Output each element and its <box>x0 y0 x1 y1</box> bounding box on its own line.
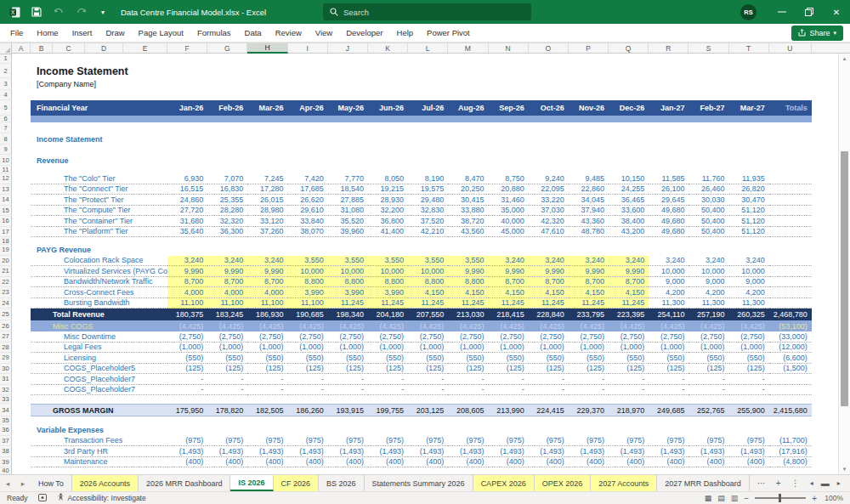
cell[interactable] <box>167 237 207 245</box>
cell[interactable]: (1,493) <box>489 446 529 457</box>
redo-icon[interactable] <box>71 3 90 21</box>
cell[interactable]: (125) <box>489 364 529 375</box>
cell[interactable]: 29,610 <box>288 206 328 217</box>
new-sheet-icon[interactable]: + <box>772 479 785 488</box>
total-cell[interactable]: (1,500) <box>769 364 812 375</box>
totals-header[interactable]: Totals <box>769 100 812 116</box>
cell[interactable] <box>12 364 31 375</box>
cell[interactable]: (4,425) <box>609 320 649 331</box>
month-header[interactable]: Jan-26 <box>167 100 207 116</box>
row-label[interactable]: Maintenance <box>31 457 167 468</box>
cell[interactable] <box>448 122 488 133</box>
select-all-corner[interactable] <box>0 43 12 54</box>
row-label[interactable]: The "Protect" Tier <box>31 195 167 206</box>
cell[interactable] <box>12 374 31 385</box>
cell[interactable]: 11,100 <box>288 298 328 309</box>
cell[interactable]: 3,240 <box>729 256 769 267</box>
cell[interactable] <box>529 133 569 144</box>
cell[interactable]: 20,880 <box>489 184 529 195</box>
cell[interactable] <box>649 54 688 64</box>
cell[interactable]: 4,000 <box>247 287 287 298</box>
cell[interactable]: 260,325 <box>729 309 769 320</box>
cell[interactable]: (975) <box>247 436 287 447</box>
cell[interactable]: 7,770 <box>328 173 368 184</box>
cell[interactable]: 3,240 <box>489 256 529 267</box>
cell[interactable] <box>569 237 609 245</box>
cell[interactable] <box>328 425 368 436</box>
cell[interactable]: 249,685 <box>649 404 688 416</box>
row-number-31[interactable]: 31 <box>0 374 12 385</box>
cell[interactable] <box>448 54 488 64</box>
cell[interactable] <box>12 216 31 227</box>
month-header[interactable]: Jul-26 <box>408 100 448 116</box>
row-number-16[interactable]: 16 <box>0 216 12 227</box>
cell[interactable]: (1,493) <box>408 446 448 457</box>
cell[interactable]: 3,240 <box>609 256 649 267</box>
row-label[interactable]: COGS_Placeholder5 <box>31 364 167 375</box>
cell[interactable]: 20,250 <box>448 184 488 195</box>
cell[interactable]: 51,120 <box>729 227 769 238</box>
column-header-H[interactable]: H <box>247 43 287 54</box>
row-label[interactable]: Revenue <box>31 155 167 166</box>
cell[interactable]: 32,200 <box>368 206 408 217</box>
cell[interactable]: - <box>167 374 207 385</box>
cell[interactable] <box>729 467 769 474</box>
cell[interactable]: 27,885 <box>328 195 368 206</box>
cell[interactable]: (550) <box>609 353 649 364</box>
row-number-22[interactable]: 22 <box>0 277 12 288</box>
cell[interactable]: 10,000 <box>408 266 448 277</box>
cell[interactable]: 9,990 <box>489 266 529 277</box>
cell[interactable]: - <box>529 385 569 396</box>
cell[interactable] <box>12 133 31 144</box>
cell[interactable]: 4,000 <box>207 287 247 298</box>
cell[interactable]: 178,820 <box>207 404 247 416</box>
cell[interactable]: (4,425) <box>328 320 368 331</box>
row-label[interactable] <box>31 116 167 122</box>
cell[interactable]: 31,460 <box>489 195 529 206</box>
cell[interactable] <box>569 395 609 404</box>
cell[interactable] <box>649 467 688 474</box>
cell[interactable] <box>368 90 408 100</box>
row-number-28[interactable]: 28 <box>0 343 12 354</box>
cell[interactable]: 190,685 <box>288 309 328 320</box>
cell[interactable]: (400) <box>609 457 649 468</box>
total-cell[interactable] <box>769 298 812 309</box>
cell[interactable]: 38,070 <box>288 227 328 238</box>
total-cell[interactable] <box>769 144 812 155</box>
cell[interactable]: 37,030 <box>529 206 569 217</box>
cell[interactable]: (4,425) <box>167 320 207 331</box>
cell[interactable] <box>167 155 207 166</box>
cell[interactable]: (4,425) <box>288 320 328 331</box>
cell[interactable] <box>207 155 247 166</box>
cell[interactable] <box>688 467 728 474</box>
cell[interactable]: 10,000 <box>288 266 328 277</box>
cell[interactable]: - <box>729 374 769 385</box>
total-cell[interactable]: 2,415,680 <box>769 404 812 416</box>
row-label[interactable] <box>31 395 167 404</box>
total-cell[interactable] <box>769 184 812 195</box>
cell[interactable] <box>167 245 207 256</box>
cell[interactable]: 7,420 <box>288 173 328 184</box>
cell[interactable] <box>288 416 328 425</box>
cell[interactable] <box>688 122 728 133</box>
cell[interactable]: 11,245 <box>328 298 368 309</box>
cell[interactable]: 186,260 <box>288 404 328 416</box>
cell[interactable]: (550) <box>288 353 328 364</box>
cell[interactable]: 16,515 <box>167 184 207 195</box>
cell[interactable]: 8,700 <box>569 277 609 288</box>
cell[interactable]: 41,400 <box>368 227 408 238</box>
menu-tab-formulas[interactable]: Formulas <box>190 24 238 42</box>
cell[interactable] <box>649 155 688 166</box>
row-label[interactable]: The "Container" Tier <box>31 216 167 227</box>
cell[interactable]: (1,493) <box>529 446 569 457</box>
row-label[interactable]: Colocation Rack Space <box>31 256 167 267</box>
cell[interactable]: 7,070 <box>207 173 247 184</box>
cell[interactable]: 186,930 <box>247 309 287 320</box>
cell[interactable] <box>12 309 31 320</box>
cell[interactable]: 32,320 <box>207 216 247 227</box>
cell[interactable] <box>167 166 207 173</box>
cell[interactable] <box>12 353 31 364</box>
total-cell[interactable]: (4,800) <box>769 457 812 468</box>
cell[interactable] <box>688 54 728 64</box>
row-number-9[interactable]: 9 <box>0 144 12 155</box>
